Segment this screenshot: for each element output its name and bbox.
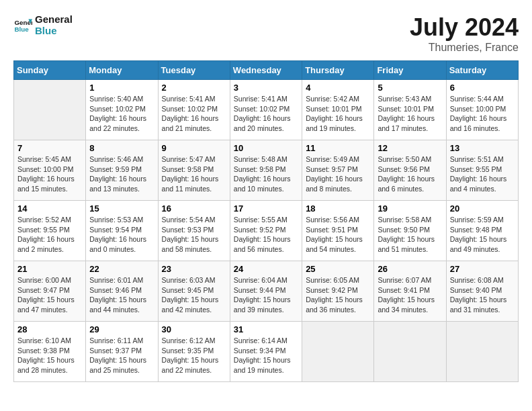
day-info: Sunrise: 5:56 AM Sunset: 9:51 PM Dayligh…: [306, 215, 370, 255]
calendar-cell: 19Sunrise: 5:58 AM Sunset: 9:50 PM Dayli…: [374, 201, 446, 261]
calendar-cell: 24Sunrise: 6:04 AM Sunset: 9:44 PM Dayli…: [230, 261, 302, 322]
day-info: Sunrise: 5:55 AM Sunset: 9:52 PM Dayligh…: [234, 215, 298, 255]
day-number: 27: [450, 264, 515, 274]
calendar-cell: 3Sunrise: 5:41 AM Sunset: 10:02 PM Dayli…: [230, 80, 302, 140]
day-number: 9: [162, 143, 226, 153]
calendar-cell: 14Sunrise: 5:52 AM Sunset: 9:55 PM Dayli…: [14, 201, 86, 261]
calendar-cell: 11Sunrise: 5:49 AM Sunset: 9:57 PM Dayli…: [302, 140, 374, 201]
day-number: 29: [89, 324, 154, 334]
calendar-cell: 31Sunrise: 6:14 AM Sunset: 9:34 PM Dayli…: [230, 322, 302, 382]
calendar-cell: 23Sunrise: 6:03 AM Sunset: 9:45 PM Dayli…: [158, 261, 230, 322]
day-number: 5: [378, 83, 442, 93]
day-number: 23: [162, 264, 226, 274]
day-number: 7: [17, 143, 82, 153]
day-number: 31: [234, 324, 298, 334]
day-number: 8: [89, 143, 154, 153]
calendar-cell: 13Sunrise: 5:51 AM Sunset: 9:55 PM Dayli…: [446, 140, 518, 201]
day-number: 28: [17, 324, 82, 334]
calendar-cell: 21Sunrise: 6:00 AM Sunset: 9:47 PM Dayli…: [14, 261, 86, 322]
day-info: Sunrise: 5:43 AM Sunset: 10:01 PM Daylig…: [378, 94, 442, 134]
day-info: Sunrise: 5:51 AM Sunset: 9:55 PM Dayligh…: [450, 154, 515, 194]
day-info: Sunrise: 6:10 AM Sunset: 9:38 PM Dayligh…: [17, 336, 82, 375]
day-number: 11: [306, 143, 370, 153]
calendar-week-row: 14Sunrise: 5:52 AM Sunset: 9:55 PM Dayli…: [14, 201, 519, 261]
calendar-week-row: 7Sunrise: 5:45 AM Sunset: 10:00 PM Dayli…: [14, 140, 519, 201]
calendar-cell: 27Sunrise: 6:08 AM Sunset: 9:40 PM Dayli…: [446, 261, 518, 322]
title-block: July 2024 Thumeries, France: [410, 13, 519, 54]
day-info: Sunrise: 5:50 AM Sunset: 9:56 PM Dayligh…: [378, 154, 442, 194]
day-number: 20: [450, 203, 515, 214]
calendar-cell: 20Sunrise: 5:59 AM Sunset: 9:48 PM Dayli…: [446, 201, 518, 261]
calendar-cell: 4Sunrise: 5:42 AM Sunset: 10:01 PM Dayli…: [302, 80, 374, 140]
calendar-cell: 12Sunrise: 5:50 AM Sunset: 9:56 PM Dayli…: [374, 140, 446, 201]
calendar-cell: 8Sunrise: 5:46 AM Sunset: 9:59 PM Daylig…: [86, 140, 158, 201]
day-info: Sunrise: 6:07 AM Sunset: 9:41 PM Dayligh…: [378, 275, 442, 315]
day-info: Sunrise: 5:59 AM Sunset: 9:48 PM Dayligh…: [450, 215, 515, 255]
day-info: Sunrise: 5:41 AM Sunset: 10:02 PM Daylig…: [234, 94, 298, 134]
day-info: Sunrise: 5:54 AM Sunset: 9:53 PM Dayligh…: [162, 215, 226, 255]
day-number: 1: [89, 83, 154, 93]
calendar-cell: [446, 322, 518, 382]
month-title: July 2024: [410, 13, 519, 42]
calendar-cell: 29Sunrise: 6:11 AM Sunset: 9:37 PM Dayli…: [86, 322, 158, 382]
calendar-week-row: 1Sunrise: 5:40 AM Sunset: 10:02 PM Dayli…: [14, 80, 519, 140]
day-number: 22: [89, 264, 154, 274]
logo-general: General: [35, 13, 73, 25]
dow-header: Friday: [374, 61, 446, 80]
calendar-cell: 7Sunrise: 5:45 AM Sunset: 10:00 PM Dayli…: [14, 140, 86, 201]
calendar-body: 1Sunrise: 5:40 AM Sunset: 10:02 PM Dayli…: [14, 80, 519, 382]
day-info: Sunrise: 5:58 AM Sunset: 9:50 PM Dayligh…: [378, 215, 442, 255]
calendar-cell: 25Sunrise: 6:05 AM Sunset: 9:42 PM Dayli…: [302, 261, 374, 322]
day-info: Sunrise: 5:52 AM Sunset: 9:55 PM Dayligh…: [17, 215, 82, 255]
calendar-week-row: 28Sunrise: 6:10 AM Sunset: 9:38 PM Dayli…: [14, 322, 519, 382]
calendar-cell: 16Sunrise: 5:54 AM Sunset: 9:53 PM Dayli…: [158, 201, 230, 261]
svg-text:Blue: Blue: [14, 26, 29, 33]
calendar-cell: 17Sunrise: 5:55 AM Sunset: 9:52 PM Dayli…: [230, 201, 302, 261]
day-number: 6: [450, 83, 515, 93]
calendar-cell: [374, 322, 446, 382]
logo: General Blue General Blue: [13, 13, 73, 36]
page-header: General Blue General Blue July 2024 Thum…: [13, 13, 519, 54]
calendar-cell: 26Sunrise: 6:07 AM Sunset: 9:41 PM Dayli…: [374, 261, 446, 322]
day-number: 17: [234, 203, 298, 214]
calendar-cell: 9Sunrise: 5:47 AM Sunset: 9:58 PM Daylig…: [158, 140, 230, 201]
day-number: 13: [450, 143, 515, 153]
day-info: Sunrise: 6:05 AM Sunset: 9:42 PM Dayligh…: [306, 275, 370, 315]
calendar-cell: 22Sunrise: 6:01 AM Sunset: 9:46 PM Dayli…: [86, 261, 158, 322]
day-number: 25: [306, 264, 370, 274]
days-of-week-row: SundayMondayTuesdayWednesdayThursdayFrid…: [14, 61, 519, 80]
day-info: Sunrise: 5:46 AM Sunset: 9:59 PM Dayligh…: [89, 154, 154, 194]
day-number: 4: [306, 83, 370, 93]
dow-header: Tuesday: [158, 61, 230, 80]
day-info: Sunrise: 6:04 AM Sunset: 9:44 PM Dayligh…: [234, 275, 298, 315]
calendar-cell: 10Sunrise: 5:48 AM Sunset: 9:58 PM Dayli…: [230, 140, 302, 201]
day-info: Sunrise: 6:03 AM Sunset: 9:45 PM Dayligh…: [162, 275, 226, 315]
day-number: 16: [162, 203, 226, 214]
day-number: 18: [306, 203, 370, 214]
day-number: 14: [17, 203, 82, 214]
day-number: 30: [162, 324, 226, 334]
dow-header: Thursday: [302, 61, 374, 80]
day-info: Sunrise: 5:42 AM Sunset: 10:01 PM Daylig…: [306, 94, 370, 134]
dow-header: Monday: [86, 61, 158, 80]
calendar-cell: [14, 80, 86, 140]
calendar-cell: 15Sunrise: 5:53 AM Sunset: 9:54 PM Dayli…: [86, 201, 158, 261]
calendar-cell: [302, 322, 374, 382]
day-info: Sunrise: 5:47 AM Sunset: 9:58 PM Dayligh…: [162, 154, 226, 194]
day-number: 12: [378, 143, 442, 153]
calendar-cell: 1Sunrise: 5:40 AM Sunset: 10:02 PM Dayli…: [86, 80, 158, 140]
logo-icon: General Blue: [13, 15, 32, 34]
day-info: Sunrise: 6:14 AM Sunset: 9:34 PM Dayligh…: [234, 336, 298, 375]
calendar-cell: 18Sunrise: 5:56 AM Sunset: 9:51 PM Dayli…: [302, 201, 374, 261]
day-info: Sunrise: 5:49 AM Sunset: 9:57 PM Dayligh…: [306, 154, 370, 194]
day-number: 21: [17, 264, 82, 274]
day-info: Sunrise: 6:00 AM Sunset: 9:47 PM Dayligh…: [17, 275, 82, 315]
day-info: Sunrise: 6:12 AM Sunset: 9:35 PM Dayligh…: [162, 336, 226, 375]
calendar-cell: 28Sunrise: 6:10 AM Sunset: 9:38 PM Dayli…: [14, 322, 86, 382]
calendar-week-row: 21Sunrise: 6:00 AM Sunset: 9:47 PM Dayli…: [14, 261, 519, 322]
calendar-table: SundayMondayTuesdayWednesdayThursdayFrid…: [13, 60, 519, 382]
day-number: 3: [234, 83, 298, 93]
day-info: Sunrise: 5:40 AM Sunset: 10:02 PM Daylig…: [89, 94, 154, 134]
day-info: Sunrise: 6:11 AM Sunset: 9:37 PM Dayligh…: [89, 336, 154, 375]
day-info: Sunrise: 6:08 AM Sunset: 9:40 PM Dayligh…: [450, 275, 515, 315]
